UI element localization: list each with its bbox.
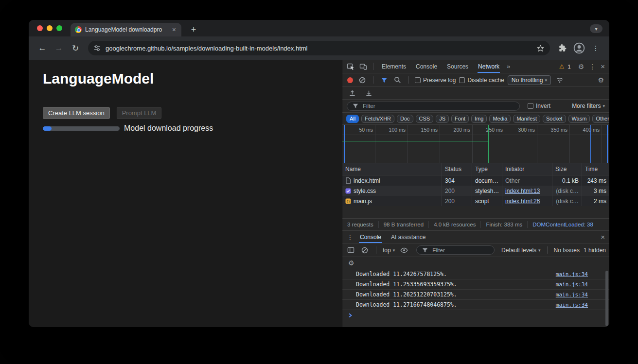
extensions-icon[interactable] bbox=[555, 40, 570, 56]
chip-font[interactable]: Font bbox=[451, 115, 469, 123]
search-icon[interactable] bbox=[392, 76, 403, 84]
chip-manifest[interactable]: Manifest bbox=[513, 115, 540, 123]
profile-avatar[interactable] bbox=[571, 40, 587, 56]
bookmark-star-icon[interactable] bbox=[536, 44, 545, 52]
drawer-tab-console[interactable]: Console bbox=[355, 231, 386, 243]
divider bbox=[408, 76, 409, 84]
console-prompt[interactable] bbox=[342, 310, 609, 320]
request-status-cell: 200 bbox=[442, 186, 472, 196]
forward-button[interactable]: → bbox=[51, 40, 67, 56]
divider bbox=[373, 76, 373, 84]
network-filter-box[interactable] bbox=[347, 102, 520, 111]
filter-toggle-icon[interactable] bbox=[379, 77, 389, 84]
reload-button[interactable]: ↻ bbox=[68, 40, 83, 56]
back-button[interactable]: ← bbox=[35, 40, 50, 56]
console-source-link[interactable]: main.js:34 bbox=[556, 302, 588, 308]
tab-sources[interactable]: Sources bbox=[443, 60, 472, 73]
browser-menu-button[interactable]: ⋮ bbox=[588, 40, 603, 56]
chip-img[interactable]: Img bbox=[471, 115, 487, 123]
chevron-down-icon: ▾ bbox=[545, 78, 547, 83]
chip-socket[interactable]: Socket bbox=[543, 115, 566, 123]
tab-close-icon[interactable]: × bbox=[171, 26, 177, 33]
column-status[interactable]: Status bbox=[442, 163, 472, 175]
timeline-gridline bbox=[505, 125, 505, 163]
invert-checkbox[interactable]: Invert bbox=[528, 103, 550, 109]
request-time-cell: 243 ms bbox=[582, 175, 609, 186]
chip-media[interactable]: Media bbox=[489, 115, 511, 123]
more-filters-button[interactable]: More filters ▾ bbox=[572, 103, 605, 109]
drawer-tab-ai-assistance[interactable]: AI assistance bbox=[386, 231, 430, 243]
chip-all[interactable]: All bbox=[346, 115, 359, 123]
tab-network[interactable]: Network bbox=[474, 60, 503, 73]
clear-console-icon[interactable] bbox=[360, 247, 370, 254]
chip-js[interactable]: JS bbox=[436, 115, 449, 123]
document-file-icon bbox=[345, 177, 351, 184]
inspect-element-icon[interactable] bbox=[345, 63, 356, 70]
network-request-row[interactable]: index.html 304 docum… Other 0.1 kB 243 m… bbox=[342, 175, 609, 186]
drawer-menu-icon[interactable]: ⋮ bbox=[345, 233, 355, 241]
address-bar[interactable]: googlechrome.github.io/samples/downloadi… bbox=[88, 41, 550, 55]
clear-network-log-icon[interactable] bbox=[357, 77, 367, 84]
initiator-link[interactable]: index.html:13 bbox=[505, 188, 540, 194]
window-minimize-button[interactable] bbox=[47, 25, 53, 31]
chip-other[interactable]: Other bbox=[592, 115, 609, 123]
tab-search-button[interactable]: ▾ bbox=[590, 24, 603, 33]
throttling-select[interactable]: No throttling ▾ bbox=[508, 75, 551, 85]
console-filter-input[interactable] bbox=[432, 247, 490, 253]
column-size[interactable]: Size bbox=[552, 163, 582, 175]
network-request-row[interactable]: {} main.js 200 script index.html:26 (dis… bbox=[342, 196, 609, 206]
initiator-link[interactable]: index.html:26 bbox=[505, 198, 540, 205]
chip-wasm[interactable]: Wasm bbox=[568, 115, 590, 123]
network-filter-input[interactable] bbox=[363, 103, 515, 109]
column-name[interactable]: Name bbox=[342, 163, 442, 175]
console-source-link[interactable]: main.js:34 bbox=[556, 292, 588, 298]
issues-counter[interactable]: No Issues bbox=[554, 247, 580, 254]
window-close-button[interactable] bbox=[37, 25, 43, 31]
preserve-log-checkbox[interactable]: Preserve log bbox=[415, 77, 456, 84]
preserve-log-label: Preserve log bbox=[423, 77, 456, 84]
drawer-close-icon[interactable]: × bbox=[599, 233, 606, 241]
network-request-row[interactable]: style.css 200 stylesh… index.html:13 (di… bbox=[342, 186, 609, 196]
column-type[interactable]: Type bbox=[472, 163, 502, 175]
live-expression-eye-icon[interactable] bbox=[399, 246, 409, 254]
import-har-icon[interactable] bbox=[347, 89, 357, 97]
export-har-icon[interactable] bbox=[364, 89, 374, 97]
chip-css[interactable]: CSS bbox=[416, 115, 434, 123]
timeline-gridline bbox=[602, 125, 602, 163]
console-source-link[interactable]: main.js:34 bbox=[556, 271, 588, 277]
devtools-settings-icon[interactable]: ⚙ bbox=[577, 63, 586, 70]
new-tab-button[interactable]: + bbox=[187, 23, 200, 36]
create-llm-session-button[interactable]: Create LLM session bbox=[43, 107, 110, 119]
window-zoom-button[interactable] bbox=[56, 25, 62, 31]
device-toolbar-icon[interactable] bbox=[358, 63, 369, 70]
column-initiator[interactable]: Initiator bbox=[502, 163, 552, 175]
network-conditions-icon[interactable] bbox=[554, 76, 565, 84]
console-source-link[interactable]: main.js:34 bbox=[556, 281, 588, 288]
tab-elements[interactable]: Elements bbox=[378, 60, 410, 73]
hidden-messages-count[interactable]: 1 hidden bbox=[584, 247, 606, 254]
log-levels-select[interactable]: Default levels ▾ bbox=[501, 247, 541, 254]
record-button[interactable] bbox=[347, 77, 353, 83]
warning-icon[interactable]: ⚠ bbox=[559, 63, 565, 70]
chip-doc[interactable]: Doc bbox=[397, 115, 413, 123]
more-tabs-icon[interactable]: » bbox=[505, 63, 512, 70]
network-timeline-overview[interactable]: 50 ms 100 ms 150 ms 200 ms 250 ms 300 ms… bbox=[342, 125, 609, 163]
network-settings-icon[interactable]: ⚙ bbox=[596, 76, 605, 84]
tab-console[interactable]: Console bbox=[412, 60, 441, 73]
console-scrollbar[interactable] bbox=[605, 271, 608, 326]
devtools-menu-icon[interactable]: ⋮ bbox=[587, 63, 597, 70]
column-time[interactable]: Time bbox=[582, 163, 609, 175]
devtools-close-icon[interactable]: × bbox=[599, 62, 606, 70]
browser-tab[interactable]: LanguageModel downloadpro × bbox=[71, 23, 181, 36]
console-filter-box[interactable] bbox=[416, 245, 495, 255]
model-download-progress: Model download progress bbox=[43, 124, 213, 133]
disable-cache-checkbox[interactable]: Disable cache bbox=[459, 77, 504, 84]
console-sidebar-icon[interactable] bbox=[346, 246, 356, 254]
console-settings-icon[interactable]: ⚙ bbox=[347, 259, 356, 267]
context-selector[interactable]: top ▾ bbox=[383, 247, 395, 254]
prompt-llm-button[interactable]: Prompt LLM bbox=[117, 107, 162, 119]
network-table-empty-area bbox=[342, 206, 609, 218]
site-info-icon[interactable] bbox=[93, 44, 101, 52]
chip-fetch-xhr[interactable]: Fetch/XHR bbox=[361, 115, 394, 123]
console-toolbar: top ▾ Default lev bbox=[342, 243, 609, 257]
